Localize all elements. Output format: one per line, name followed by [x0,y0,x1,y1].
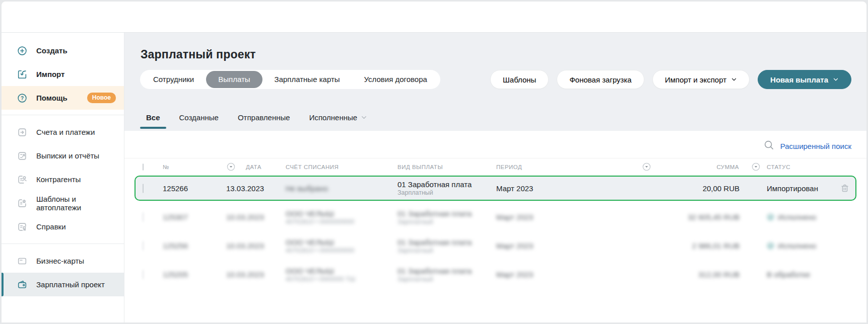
main-content: Зарплатный проект СотрудникиВыплатыЗарпл… [124,33,866,322]
section-tabs: СотрудникиВыплатыЗарплатные картыУсловия… [140,70,440,89]
payment-amount: 20,00 RUB [664,184,740,193]
payment-date: 10.03.2023 [226,270,286,279]
col-period: ПЕРИОД [496,164,642,170]
sidebar-divider [2,115,124,115]
tab-4[interactable]: Условия договора [352,71,439,88]
row-checkbox[interactable] [143,270,144,279]
sidebar-divider [2,244,124,244]
payment-type: 01 Заработная платаЗарплатный [397,209,496,226]
check-circle-icon [767,242,774,250]
payment-amount: 32 605,45 RUB [664,213,740,221]
table-row-1[interactable]: 12526613.03.2023Не выбрано01 Заработная … [135,176,856,201]
sidebar-item-2-0[interactable]: Бизнес-карты [2,249,124,273]
action-button-3[interactable]: Импорт и экспорт [652,70,750,89]
filter-tab-4[interactable]: Исполненные [303,110,374,124]
table-body: 12526613.03.2023Не выбрано01 Заработная … [124,176,866,289]
action-button-2[interactable]: Фоновая загрузка [557,70,644,89]
new-badge: Новое [87,93,116,103]
top-bar [2,2,866,33]
sidebar-item-1-3[interactable]: Шаблоны и автоплатежи [2,191,124,215]
filter-tab-2[interactable]: Созданные [173,110,225,124]
sidebar-item-2-1[interactable]: Зарплатный проект [2,273,124,296]
sidebar-item-0-0[interactable]: Создать [2,39,124,62]
payment-number: 125256 [163,241,226,250]
col-amount: СУММА [663,164,739,170]
payment-period: Март 2023 [496,270,643,279]
filter-tab-1[interactable]: Все [140,110,166,124]
row-checkbox[interactable] [143,212,144,222]
search-icon [763,139,775,151]
check-circle-icon [767,213,774,221]
payment-type: 01 Заработная платаЗарплатный [397,180,496,197]
row-checkbox[interactable] [143,241,144,251]
payment-status: Импортирован [767,184,833,193]
sidebar-item-1-0[interactable]: Счета и платежи [2,120,124,144]
payment-date: 10.03.2023 [226,241,286,250]
debit-account: Не выбрано [286,184,397,193]
payments-table-panel: Расширенный поиск №ДАТАСЧЁТ СПИСАНИЯВИД … [124,131,866,322]
tab-1[interactable]: Сотрудники [141,71,206,88]
table-row-3[interactable]: 12525610.03.2023ООО ЧЕЛЫШ40702810 • 0000… [124,231,866,260]
sidebar: СоздатьИмпорт?ПомощьНовоеСчета и платежи… [2,33,124,322]
toolbar: СотрудникиВыплатыЗарплатные картыУсловия… [140,70,851,89]
payment-date: 13.03.2023 [226,184,286,193]
payment-amount: 2 986,01 RUB [664,241,740,250]
sidebar-item-label: Счета и платежи [36,128,95,136]
payment-status: В обработке [767,270,833,279]
question-circle-icon: ? [17,93,28,104]
payment-number: 125205 [163,270,226,279]
delete-button[interactable] [839,183,850,194]
tab-3[interactable]: Зарплатные карты [262,71,352,88]
app-window: СоздатьИмпорт?ПомощьНовоеСчета и платежи… [2,2,866,322]
col-status: СТАТУС [767,164,833,170]
row-checkbox[interactable] [143,184,144,193]
account-arrow-icon [17,127,28,138]
date-filter-icon[interactable] [226,162,236,172]
status-filter-icon[interactable] [751,162,761,172]
search-row: Расширенный поиск [124,131,866,158]
chevron-down-icon [731,76,737,83]
sidebar-item-1-1[interactable]: Выписки и отчёты [2,144,124,168]
payment-period: Март 2023 [496,213,643,221]
sidebar-nav: СоздатьИмпорт?ПомощьНовоеСчета и платежи… [2,39,124,296]
filter-icon [642,162,651,172]
payment-type: 01 Заработная платаЗарплатный [397,237,496,255]
table-row-2[interactable]: 12530710.03.2023ООО ЧЕЛЫШ40702810 • 0000… [124,203,866,231]
action-button-1[interactable]: Шаблоны [490,70,549,89]
chevron-down-icon [833,76,839,83]
amount-filter-icon[interactable] [642,162,651,172]
trash-icon [839,183,850,194]
debit-account: ООО ЧЕЛЫШ40702810 • 0000000000 [286,209,397,226]
payment-status: Исполнено [767,241,833,250]
sidebar-item-1-2[interactable]: Контрагенты [2,168,124,191]
sidebar-item-label: Бизнес-карты [36,257,84,265]
import-icon [17,69,28,80]
app-layout: СоздатьИмпорт?ПомощьНовоеСчета и платежи… [2,33,866,322]
payment-amount: 312,00 RUB [664,270,740,279]
page-title: Зарплатный проект [141,48,866,61]
sidebar-item-label: Помощь [36,94,68,102]
sidebar-item-0-2[interactable]: ?ПомощьНовое [2,86,124,110]
sidebar-item-1-4[interactable]: Справки [2,215,124,238]
payment-date: 10.03.2023 [226,213,286,221]
certificate-icon [17,221,28,232]
sidebar-item-label: Выписки и отчёты [36,151,99,160]
filter-tabs: ВсеСозданныеОтправленныеИсполненные [140,110,866,124]
sidebar-item-0-1[interactable]: Импорт [2,62,124,86]
table-row-4[interactable]: 12520510.03.2023ООО ЧЕЛЫШ40702810 • 0000… [124,260,866,289]
advanced-search-link[interactable]: Расширенный поиск [763,139,851,152]
plus-circle-icon [17,45,28,56]
sidebar-item-label: Зарплатный проект [36,280,105,289]
filter-icon [751,162,761,172]
debit-account: ООО ЧЕЛЫШ40702810 • 0000000000 [286,237,397,255]
payment-type: 01 Заработная платаЗарплатный [397,266,496,283]
contractors-icon [17,174,28,185]
payment-status: Исполнено [767,213,833,221]
sidebar-item-label: Шаблоны и автоплатежи [36,195,116,212]
filter-tab-3[interactable]: Отправленные [232,110,296,124]
new-payment-button[interactable]: Новая выплата [758,70,851,89]
sidebar-item-label: Контрагенты [36,175,81,184]
action-buttons: ШаблоныФоновая загрузкаИмпорт и экспортН… [490,70,851,89]
select-all-checkbox[interactable] [143,164,144,171]
tab-2[interactable]: Выплаты [206,71,262,88]
